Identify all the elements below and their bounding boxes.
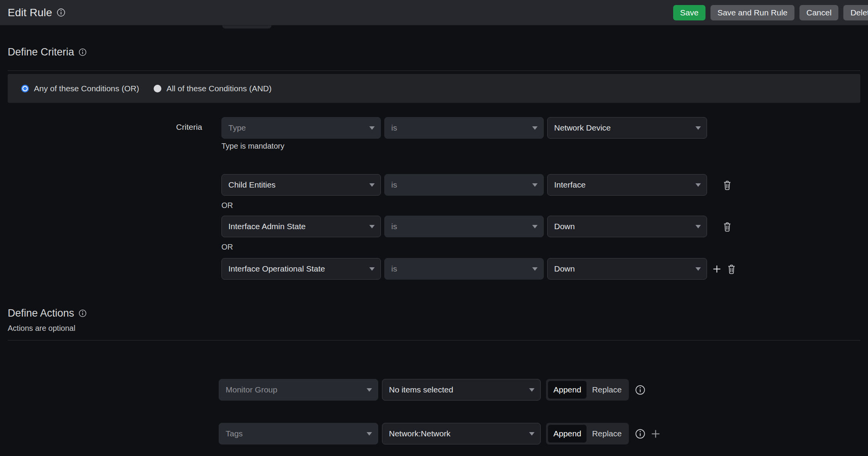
- criteria-row-2: Child Entities is Interface: [221, 174, 732, 196]
- criteria-value-select[interactable]: Interface: [547, 174, 707, 196]
- save-button[interactable]: Save: [673, 5, 705, 20]
- criteria-field-select[interactable]: Interface Operational State: [221, 258, 381, 280]
- chevron-down-icon: [369, 267, 375, 271]
- actions-info-icon[interactable]: [79, 309, 87, 317]
- criteria-operator-select[interactable]: is: [384, 174, 544, 196]
- criteria-value-select[interactable]: Down: [547, 216, 707, 237]
- chevron-down-icon: [367, 432, 372, 436]
- delete-button[interactable]: Delete: [843, 5, 868, 20]
- criteria-value-select[interactable]: Network Device: [547, 117, 707, 139]
- actions-subtitle: Actions are optional: [8, 324, 75, 333]
- chevron-down-icon: [532, 225, 538, 228]
- actions-section-heading: Define Actions: [8, 307, 87, 319]
- chevron-down-icon: [695, 225, 701, 228]
- criteria-section-heading: Define Criteria: [8, 46, 87, 58]
- action-row-1: Monitor Group No items selected Append R…: [219, 379, 645, 401]
- criteria-operator-select[interactable]: is: [384, 117, 544, 139]
- clipped-scrolled-element: [222, 25, 271, 28]
- action-value-select[interactable]: Network:Network: [382, 423, 541, 444]
- radio-unselected-icon: [154, 85, 161, 92]
- chevron-down-icon: [369, 126, 375, 130]
- chevron-down-icon: [529, 432, 535, 436]
- append-option[interactable]: Append: [548, 425, 586, 443]
- criteria-row-4: Interface Operational State is Down: [221, 258, 736, 280]
- criteria-field-select[interactable]: Interface Admin State: [221, 216, 381, 237]
- radio-all-label: All of these Conditions (AND): [166, 84, 271, 93]
- edit-rule-screen: Edit Rule Save Save and Run Rule Cancel …: [0, 0, 868, 456]
- criteria-heading-text: Define Criteria: [8, 46, 74, 58]
- criteria-row-3: Interface Admin State is Down: [221, 216, 732, 237]
- chevron-down-icon: [695, 267, 701, 271]
- radio-any-label: Any of these Conditions (OR): [34, 84, 139, 93]
- delete-row-icon[interactable]: [722, 221, 732, 232]
- criteria-row-1: Type is Network Device: [221, 117, 707, 139]
- actions-heading-text: Define Actions: [8, 307, 74, 319]
- action-info-icon[interactable]: [635, 429, 645, 439]
- header-actions: Save Save and Run Rule Cancel Delete: [673, 5, 868, 20]
- chevron-down-icon: [695, 183, 701, 187]
- condition-match-panel: Any of these Conditions (OR) All of thes…: [8, 74, 860, 103]
- cancel-button[interactable]: Cancel: [799, 5, 838, 20]
- chevron-down-icon: [369, 183, 375, 187]
- top-bar: Edit Rule Save Save and Run Rule Cancel …: [0, 0, 868, 25]
- action-info-icon[interactable]: [635, 385, 645, 395]
- criteria-value-select[interactable]: Down: [547, 258, 707, 280]
- append-replace-toggle: Append Replace: [546, 379, 629, 401]
- action-row-2: Tags Network:Network Append Replace: [219, 423, 660, 444]
- save-and-run-button[interactable]: Save and Run Rule: [710, 5, 794, 20]
- criteria-operator-select[interactable]: is: [384, 216, 544, 237]
- criteria-field-select[interactable]: Child Entities: [221, 174, 381, 196]
- replace-option[interactable]: Replace: [586, 381, 627, 399]
- criteria-field-select[interactable]: Type: [221, 117, 381, 139]
- page-title: Edit Rule: [8, 7, 52, 19]
- add-row-icon[interactable]: [712, 265, 721, 273]
- delete-row-icon[interactable]: [722, 180, 732, 190]
- action-type-select[interactable]: Tags: [219, 423, 378, 444]
- or-separator: OR: [221, 243, 233, 251]
- chevron-down-icon: [532, 183, 538, 187]
- criteria-divider: [8, 70, 860, 71]
- radio-all-conditions[interactable]: All of these Conditions (AND): [154, 84, 271, 93]
- add-action-icon[interactable]: [651, 429, 660, 439]
- chevron-down-icon: [695, 126, 701, 130]
- criteria-operator-select[interactable]: is: [384, 258, 544, 280]
- chevron-down-icon: [367, 388, 372, 392]
- radio-selected-icon: [21, 85, 29, 92]
- chevron-down-icon: [532, 267, 538, 271]
- criteria-info-icon[interactable]: [79, 48, 87, 56]
- chevron-down-icon: [529, 388, 535, 392]
- criteria-rows-label: Criteria: [0, 122, 202, 132]
- append-option[interactable]: Append: [548, 381, 586, 399]
- action-type-select[interactable]: Monitor Group: [219, 379, 378, 401]
- action-value-select[interactable]: No items selected: [382, 379, 541, 401]
- radio-any-conditions[interactable]: Any of these Conditions (OR): [21, 84, 139, 93]
- replace-option[interactable]: Replace: [586, 425, 627, 443]
- delete-row-icon[interactable]: [727, 264, 736, 274]
- title-info-icon[interactable]: [57, 8, 65, 17]
- append-replace-toggle: Append Replace: [546, 423, 629, 444]
- mandatory-note: Type is mandatory: [221, 142, 284, 151]
- actions-divider: [8, 340, 860, 340]
- chevron-down-icon: [369, 225, 375, 228]
- chevron-down-icon: [532, 126, 538, 130]
- or-separator: OR: [221, 201, 233, 210]
